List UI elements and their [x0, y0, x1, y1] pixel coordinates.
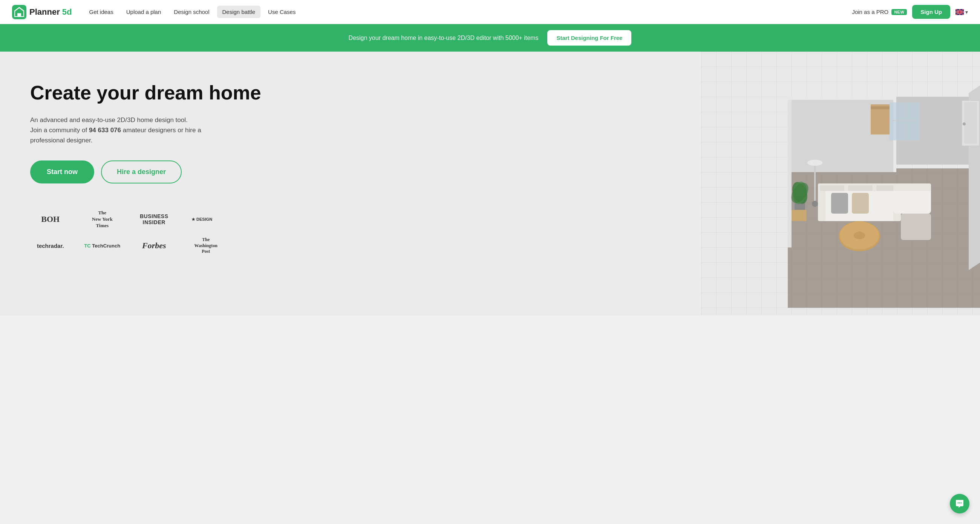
media-logo-boh: BOH	[30, 210, 71, 229]
nav-item-use-cases[interactable]: Use Cases	[263, 6, 301, 18]
svg-rect-10	[788, 97, 895, 100]
hire-designer-button[interactable]: Hire a designer	[101, 160, 182, 183]
signup-button[interactable]: Sign Up	[912, 5, 950, 19]
media-logo-bi: BUSINESSINSIDER	[134, 210, 175, 229]
logo-text: Planner 5d	[29, 7, 72, 17]
lang-label: ▾	[965, 9, 968, 15]
svg-point-40	[812, 201, 818, 207]
logo[interactable]: Planner 5d	[12, 5, 72, 19]
start-now-button[interactable]: Start now	[30, 160, 94, 183]
media-logo-forbes: Forbes	[134, 236, 175, 255]
svg-point-33	[854, 232, 865, 239]
banner-cta-button[interactable]: Start Designing For Free	[547, 30, 632, 46]
nav-item-design-battle[interactable]: Design battle	[217, 6, 261, 18]
flag-icon	[956, 9, 964, 15]
hero-content: Create your dream home An advanced and e…	[0, 52, 470, 278]
media-logo-design: ★ DESIGN	[186, 210, 226, 229]
media-logo-wapo: TheWashingtonPost	[186, 236, 226, 255]
svg-rect-41	[792, 210, 807, 221]
svg-rect-19	[871, 106, 889, 109]
nav-links: Get ideas Upload a plan Design school De…	[84, 6, 852, 18]
navbar: Planner 5d Get ideas Upload a plan Desig…	[0, 0, 980, 24]
svg-text:★ DESIGN: ★ DESIGN	[191, 217, 212, 222]
banner-text: Design your dream home in easy-to-use 2D…	[348, 35, 539, 41]
nav-right: Join as a PRO NEW Sign Up ▾	[852, 5, 968, 19]
svg-rect-13	[964, 102, 977, 143]
svg-rect-9	[788, 97, 792, 248]
svg-point-14	[963, 122, 966, 125]
media-logos: BOH TheNew YorkTimes BUSINESSINSIDER ★ D…	[30, 210, 226, 255]
nav-item-get-ideas[interactable]: Get ideas	[84, 6, 119, 18]
svg-rect-29	[831, 193, 848, 214]
media-logo-nyt: TheNew YorkTimes	[82, 210, 123, 229]
hero-visual	[701, 52, 980, 315]
promo-banner: Design your dream home in easy-to-use 2D…	[0, 24, 980, 52]
community-count: 94 633 076	[89, 127, 121, 134]
svg-rect-25	[848, 185, 873, 191]
hero-buttons: Start now Hire a designer	[30, 160, 448, 183]
hero-subtitle: An advanced and easy-to-use 2D/3D home d…	[30, 115, 226, 146]
hero-section: Create your dream home An advanced and e…	[0, 52, 980, 315]
join-pro-link[interactable]: Join as a PRO NEW	[852, 9, 907, 15]
new-badge: NEW	[891, 9, 907, 15]
svg-point-39	[807, 160, 822, 166]
nav-item-upload-plan[interactable]: Upload a plan	[121, 6, 167, 18]
svg-rect-28	[893, 183, 931, 191]
media-logo-techradar: techradar.	[30, 236, 71, 255]
svg-rect-30	[852, 193, 869, 214]
language-selector[interactable]: ▾	[956, 9, 968, 15]
svg-rect-24	[820, 185, 844, 191]
svg-rect-38	[814, 163, 816, 204]
join-pro-label: Join as a PRO	[852, 9, 888, 15]
hero-title: Create your dream home	[30, 82, 448, 104]
media-logo-techcrunch: TC TechCrunch	[82, 236, 123, 255]
room-3d-render	[701, 52, 980, 315]
svg-rect-42	[901, 214, 931, 240]
nav-item-design-school[interactable]: Design school	[169, 6, 215, 18]
